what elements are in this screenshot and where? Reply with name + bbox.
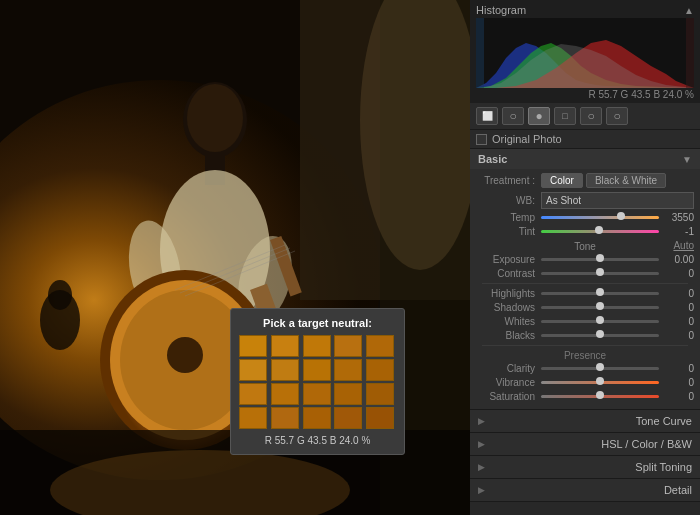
tint-label: Tint [476, 226, 541, 237]
treatment-label: Treatment : [476, 175, 541, 186]
tool-redeye[interactable]: ● [528, 107, 550, 125]
color-grid[interactable] [239, 335, 396, 429]
svg-rect-26 [686, 18, 694, 88]
blacks-thumb[interactable] [596, 330, 604, 338]
color-cell[interactable] [271, 359, 299, 381]
vibrance-thumb[interactable] [596, 377, 604, 385]
histogram-values: R 55.7 G 43.5 B 24.0 % [476, 88, 694, 101]
temp-label: Temp [476, 212, 541, 223]
shadows-slider[interactable] [541, 306, 659, 309]
color-cell[interactable] [334, 383, 362, 405]
treatment-color-btn[interactable]: Color [541, 173, 583, 188]
whites-thumb[interactable] [596, 316, 604, 324]
color-cell[interactable] [271, 383, 299, 405]
tint-slider-thumb[interactable] [595, 226, 603, 234]
scrollable-panels[interactable]: Basic ▼ Treatment : Color Black & White … [470, 149, 700, 515]
hsl-row[interactable]: ▶ HSL / Color / B&W [470, 433, 700, 456]
exposure-thumb[interactable] [596, 254, 604, 262]
temp-slider-track[interactable] [541, 216, 659, 219]
color-cell[interactable] [239, 335, 267, 357]
shadows-row: Shadows 0 [476, 302, 694, 313]
blacks-value: 0 [659, 330, 694, 341]
color-picker-overlay[interactable]: Pick a target neutral: [230, 308, 405, 455]
whites-value: 0 [659, 316, 694, 327]
color-cell[interactable] [366, 407, 394, 429]
tone-curve-row[interactable]: ▶ Tone Curve [470, 410, 700, 433]
wb-label: WB: [476, 195, 541, 206]
shadows-value: 0 [659, 302, 694, 313]
tone-label-text: Tone [574, 241, 596, 252]
contrast-slider[interactable] [541, 272, 659, 275]
color-cell[interactable] [303, 383, 331, 405]
wb-select[interactable]: As Shot [541, 192, 694, 209]
blacks-row: Blacks 0 [476, 330, 694, 341]
basic-panel-title: Basic [478, 153, 507, 165]
original-photo-checkbox[interactable] [476, 134, 487, 145]
whites-row: Whites 0 [476, 316, 694, 327]
color-cell[interactable] [303, 407, 331, 429]
saturation-value: 0 [659, 391, 694, 402]
histogram-title: Histogram [476, 4, 526, 16]
svg-point-14 [167, 337, 203, 373]
color-cell[interactable] [239, 407, 267, 429]
photo-area: Pick a target neutral: [0, 0, 470, 515]
tone-curve-arrow: ▶ [478, 416, 485, 426]
color-cell[interactable] [239, 359, 267, 381]
temp-slider-thumb[interactable] [617, 212, 625, 220]
contrast-thumb[interactable] [596, 268, 604, 276]
histogram-section: Histogram ▲ R 55.7 G 43.5 B 24.0 % [470, 0, 700, 103]
svg-point-10 [187, 84, 243, 152]
color-cell[interactable] [239, 383, 267, 405]
clarity-slider[interactable] [541, 367, 659, 370]
blacks-slider[interactable] [541, 334, 659, 337]
temp-row: Temp 3550 [476, 212, 694, 223]
tool-adjustment[interactable]: ○ [606, 107, 628, 125]
color-cell[interactable] [303, 359, 331, 381]
wb-row: WB: As Shot [476, 192, 694, 209]
auto-btn[interactable]: Auto [673, 240, 694, 251]
color-cell[interactable] [303, 335, 331, 357]
whites-slider[interactable] [541, 320, 659, 323]
color-cell[interactable] [366, 335, 394, 357]
highlights-thumb[interactable] [596, 288, 604, 296]
color-cell[interactable] [271, 335, 299, 357]
detail-row[interactable]: ▶ Detail [470, 479, 700, 502]
toolbar: ⬜ ○ ● □ ○ ○ [470, 103, 700, 130]
highlights-slider[interactable] [541, 292, 659, 295]
treatment-row: Treatment : Color Black & White [476, 173, 694, 188]
vibrance-slider[interactable] [541, 381, 659, 384]
color-cell[interactable] [366, 359, 394, 381]
exposure-slider[interactable] [541, 258, 659, 261]
tool-crop[interactable]: ⬜ [476, 107, 498, 125]
saturation-slider[interactable] [541, 395, 659, 398]
histogram-header: Histogram ▲ [476, 4, 694, 16]
tint-slider-track[interactable] [541, 230, 659, 233]
temp-value: 3550 [659, 212, 694, 223]
color-cell[interactable] [334, 335, 362, 357]
saturation-thumb[interactable] [596, 391, 604, 399]
treatment-bw-btn[interactable]: Black & White [586, 173, 666, 188]
tone-curve-title: Tone Curve [636, 415, 692, 427]
color-cell[interactable] [271, 407, 299, 429]
color-cell[interactable] [334, 359, 362, 381]
tool-graduated[interactable]: □ [554, 107, 576, 125]
shadows-label: Shadows [476, 302, 541, 313]
color-cell[interactable] [334, 407, 362, 429]
split-toning-title: Split Toning [635, 461, 692, 473]
histogram-expand-icon[interactable]: ▲ [684, 5, 694, 16]
tool-spot[interactable]: ○ [502, 107, 524, 125]
right-panel: Histogram ▲ R 55.7 G 43.5 B 24.0 % [470, 0, 700, 515]
highlights-value: 0 [659, 288, 694, 299]
basic-panel-header[interactable]: Basic ▼ [470, 149, 700, 169]
section-divider-2 [482, 345, 688, 346]
saturation-row: Saturation 0 [476, 391, 694, 402]
clarity-thumb[interactable] [596, 363, 604, 371]
tool-radial[interactable]: ○ [580, 107, 602, 125]
svg-rect-25 [476, 18, 484, 88]
color-cell[interactable] [366, 383, 394, 405]
detail-arrow: ▶ [478, 485, 485, 495]
whites-label: Whites [476, 316, 541, 327]
shadows-thumb[interactable] [596, 302, 604, 310]
split-toning-row[interactable]: ▶ Split Toning [470, 456, 700, 479]
histogram-canvas [476, 18, 694, 88]
